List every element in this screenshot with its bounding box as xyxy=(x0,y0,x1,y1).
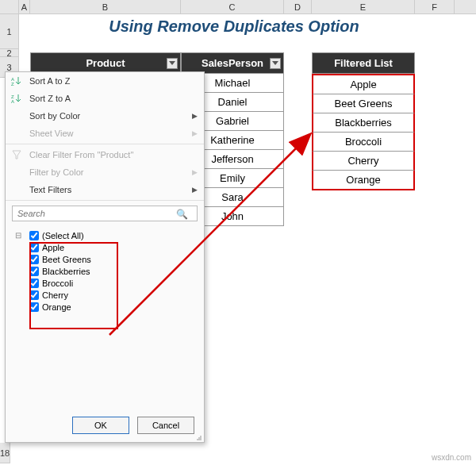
table-cell[interactable]: Cherry xyxy=(312,152,415,171)
header-filtered: Filtered List xyxy=(312,52,415,74)
clear-filter-icon xyxy=(10,148,23,161)
cancel-button[interactable]: Cancel xyxy=(137,417,194,434)
col-B[interactable]: B xyxy=(30,0,181,13)
text-filters-label: Text Filters xyxy=(29,185,71,194)
svg-text:A: A xyxy=(11,99,14,104)
chevron-right-icon: ▶ xyxy=(192,186,198,194)
sheet-view: Sheet View ▶ xyxy=(6,125,204,142)
svg-point-9 xyxy=(200,439,202,440)
filter-item[interactable]: Apple xyxy=(13,241,196,253)
header-filtered-label: Filtered List xyxy=(334,57,393,69)
col-C[interactable]: C xyxy=(181,0,284,13)
sort-za-icon: ZA xyxy=(10,92,23,105)
chevron-down-icon xyxy=(169,61,175,65)
row-2[interactable]: 2 xyxy=(0,49,19,57)
filter-item[interactable]: Orange xyxy=(13,301,196,313)
filter-item[interactable]: Beet Greens xyxy=(13,253,196,265)
filter-dropdown: AZ Sort A to Z ZA Sort Z to A Sort by Co… xyxy=(5,71,205,443)
col-A[interactable]: A xyxy=(19,0,30,13)
filter-button-sales[interactable] xyxy=(270,58,281,69)
filter-button-product[interactable] xyxy=(167,58,178,69)
sort-az[interactable]: AZ Sort A to Z xyxy=(6,72,204,90)
sort-az-label: Sort A to Z xyxy=(29,76,70,86)
page-title: Using Remove Duplicates Option xyxy=(48,17,420,36)
chevron-right-icon: ▶ xyxy=(192,112,198,120)
select-all-checkbox[interactable]: ⊟(Select All) xyxy=(13,229,196,241)
table-cell[interactable]: Orange xyxy=(312,171,415,190)
sort-az-icon: AZ xyxy=(10,75,23,87)
filter-item[interactable]: Blackberries xyxy=(13,265,196,277)
header-product-label: Product xyxy=(86,57,125,69)
header-product: Product xyxy=(30,52,181,74)
sort-za[interactable]: ZA Sort Z to A xyxy=(6,90,204,107)
header-sales: SalesPerson xyxy=(181,52,284,74)
table-cell[interactable]: Broccoli xyxy=(312,133,415,152)
chevron-down-icon xyxy=(272,61,278,65)
svg-point-7 xyxy=(197,439,198,440)
filter-item[interactable]: Broccoli xyxy=(13,277,196,289)
svg-point-5 xyxy=(198,437,200,439)
chevron-right-icon: ▶ xyxy=(192,129,198,137)
search-input[interactable] xyxy=(12,206,198,221)
filter-item[interactable]: Cherry xyxy=(13,289,196,301)
sheet-view-label: Sheet View xyxy=(29,129,73,138)
separator xyxy=(6,200,204,201)
svg-point-4 xyxy=(200,436,202,437)
row-1[interactable]: 1 xyxy=(0,14,19,49)
separator xyxy=(6,144,204,144)
svg-point-8 xyxy=(198,439,200,440)
clear-filter-label: Clear Filter From "Product" xyxy=(29,150,133,159)
col-F[interactable]: F xyxy=(415,0,455,13)
sort-by-color[interactable]: Sort by Color ▶ xyxy=(6,107,204,125)
sort-za-label: Sort Z to A xyxy=(29,94,71,103)
table-cell[interactable]: Blackberries xyxy=(312,113,415,133)
text-filters[interactable]: Text Filters ▶ xyxy=(6,181,204,198)
row-headers: 1 2 3 18 xyxy=(0,14,19,78)
ok-button[interactable]: OK xyxy=(72,417,129,434)
filter-search: 🔍 xyxy=(12,206,198,221)
search-icon: 🔍 xyxy=(176,209,188,220)
filter-checkbox-list: ⊟(Select All) Apple Beet Greens Blackber… xyxy=(12,226,198,316)
chevron-right-icon: ▶ xyxy=(192,168,198,176)
sort-by-color-label: Sort by Color xyxy=(29,111,80,121)
column-headers: A B C D E F xyxy=(0,0,476,14)
row-18[interactable]: 18 xyxy=(0,443,10,463)
col-E[interactable]: E xyxy=(312,0,415,13)
watermark: wsxdn.com xyxy=(432,453,471,462)
clear-filter: Clear Filter From "Product" xyxy=(6,146,204,163)
col-D[interactable]: D xyxy=(284,0,312,13)
svg-point-6 xyxy=(200,437,202,439)
table-cell[interactable]: Beet Greens xyxy=(312,94,415,113)
filter-by-color: Filter by Color ▶ xyxy=(6,163,204,181)
filter-by-color-label: Filter by Color xyxy=(29,167,83,177)
resize-grip-icon[interactable] xyxy=(194,432,202,440)
table-cell[interactable]: Apple xyxy=(312,74,415,94)
header-sales-label: SalesPerson xyxy=(202,57,263,69)
svg-text:Z: Z xyxy=(11,82,14,86)
